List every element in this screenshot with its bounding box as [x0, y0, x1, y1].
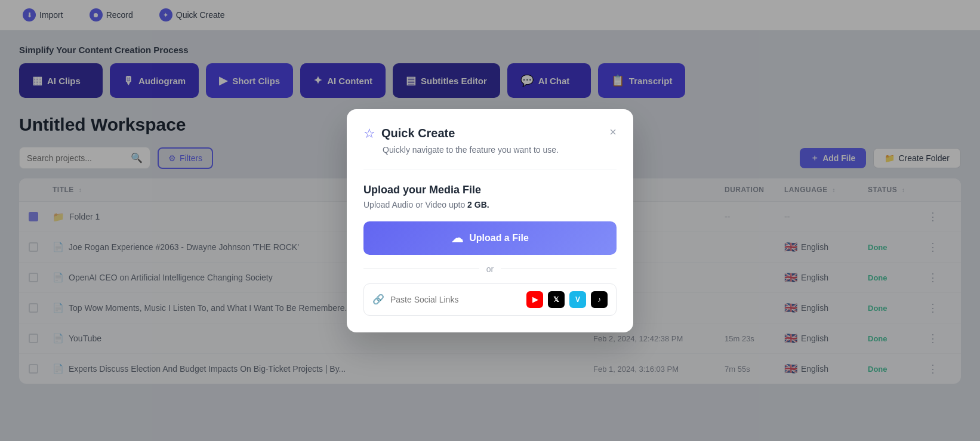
or-divider: or [363, 264, 617, 274]
upload-section-subtitle: Upload Audio or Video upto 2 GB. [363, 200, 617, 209]
modal-close-button[interactable]: × [609, 126, 617, 138]
paste-social-input[interactable] [390, 295, 520, 304]
or-line-right [501, 269, 617, 269]
modal-divider [363, 169, 617, 169]
modal-title-group: ☆ Quick Create [363, 126, 455, 141]
youtube-icon[interactable]: ▶ [526, 291, 543, 308]
tiktok-icon[interactable]: ♪ [591, 291, 608, 308]
social-icons: ▶ 𝕏 V ♪ [526, 291, 608, 308]
upload-icon: ☁ [451, 231, 463, 245]
or-line-left [363, 269, 479, 269]
upload-section-title: Upload your Media File [363, 184, 617, 196]
vimeo-icon[interactable]: V [569, 291, 586, 308]
upload-btn-label: Upload a File [469, 233, 529, 243]
link-icon: 🔗 [372, 294, 384, 305]
upload-file-button[interactable]: ☁ Upload a File [363, 221, 617, 255]
star-icon: ☆ [363, 126, 375, 141]
modal-overlay[interactable]: ☆ Quick Create × Quickly navigate to the… [0, 0, 980, 441]
modal-subtitle: Quickly navigate to the feature you want… [383, 145, 617, 155]
quick-create-modal: ☆ Quick Create × Quickly navigate to the… [347, 109, 633, 332]
or-text: or [486, 264, 494, 274]
modal-header: ☆ Quick Create × [363, 126, 617, 141]
paste-social-bar[interactable]: 🔗 ▶ 𝕏 V ♪ [363, 283, 617, 316]
modal-title: Quick Create [381, 127, 455, 140]
x-twitter-icon[interactable]: 𝕏 [548, 291, 565, 308]
